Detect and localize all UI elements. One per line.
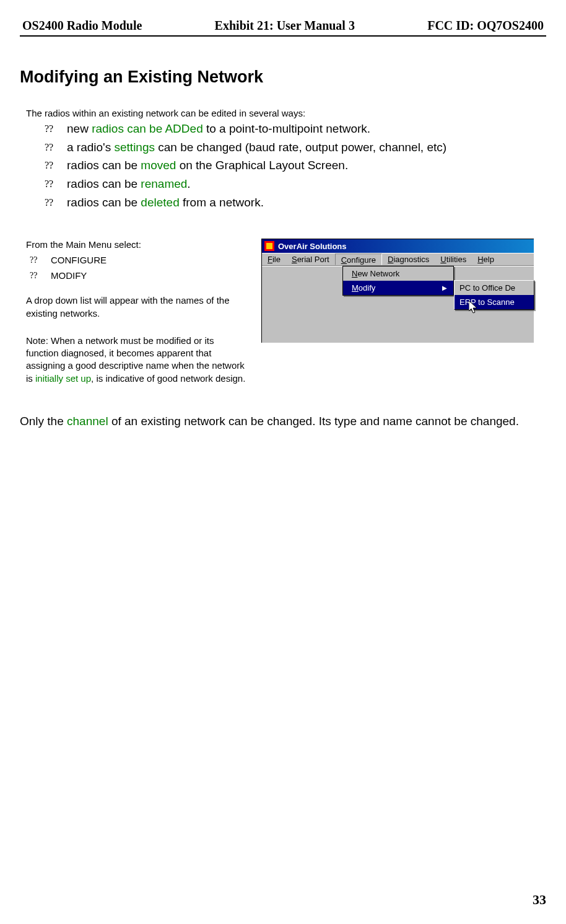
dropdown-new-network[interactable]: New Network	[343, 266, 453, 281]
menu-file[interactable]: File	[262, 253, 286, 265]
menubar: File Serial Port Configure Diagnostics U…	[262, 253, 534, 266]
bullet-text-pre: radios can be	[67, 196, 141, 209]
instructions-p1: From the Main Menu select:	[26, 239, 249, 251]
configure-dropdown: New Network Modify ▶	[342, 266, 454, 296]
bullet-marker: ??	[45, 196, 53, 209]
page-title: Modifying an Existing Network	[20, 68, 546, 87]
bullet-item: ?? radios can be moved on the Graphical …	[45, 157, 546, 174]
bullet-text-post: can be changed (baud rate, output power,…	[155, 141, 446, 154]
workspace: New Network Modify ▶ PC to Office De ERP…	[262, 266, 534, 343]
closing-pre: Only the	[20, 415, 67, 428]
bullet-text-post: .	[187, 177, 190, 190]
closing-link[interactable]: channel	[67, 415, 108, 428]
page-number: 33	[533, 892, 546, 908]
menu-configure[interactable]: Configure	[335, 253, 382, 265]
submenu-item-pc-office[interactable]: PC to Office De	[455, 281, 534, 295]
menu-help[interactable]: Help	[472, 253, 500, 265]
page-header: OS2400 Radio Module Exhibit 21: User Man…	[20, 19, 546, 37]
closing-post: of an existing network can be changed. I…	[108, 415, 519, 428]
bullet-item: ?? radios can be renamed.	[45, 176, 546, 192]
header-right: FCC ID: OQ7OS2400	[427, 19, 544, 33]
step-item: ?? CONFIGURE	[30, 255, 249, 265]
modify-submenu: PC to Office De ERP to Scanne	[454, 280, 534, 310]
app-window: OverAir Solutions File Serial Port Confi…	[261, 239, 534, 343]
screenshot-column: OverAir Solutions File Serial Port Confi…	[261, 239, 546, 389]
bullet-item: ?? radios can be deleted from a network.	[45, 195, 546, 211]
note-link[interactable]: initially set up	[35, 373, 91, 384]
step-marker: ??	[30, 255, 37, 265]
bullet-link[interactable]: radios can be ADDed	[92, 122, 203, 135]
svg-marker-0	[469, 301, 477, 313]
submenu-item-erp-scanner[interactable]: ERP to Scanne	[455, 295, 534, 309]
header-center: Exhibit 21: User Manual 3	[215, 19, 355, 33]
bullet-item: ?? new radios can be ADDed to a point-to…	[45, 121, 546, 137]
bullet-item: ?? a radio's settings can be changed (ba…	[45, 139, 546, 156]
bullet-list: ?? new radios can be ADDed to a point-to…	[45, 121, 546, 210]
note-post: , is indicative of good network design.	[91, 373, 245, 384]
bullet-text-post: from a network.	[180, 196, 264, 209]
header-left: OS2400 Radio Module	[22, 19, 142, 33]
bullet-link[interactable]: renamed	[141, 177, 187, 190]
closing-paragraph: Only the channel of an existing network …	[20, 413, 546, 429]
step-item: ?? MODIFY	[30, 270, 249, 281]
app-icon	[264, 241, 274, 251]
bullet-text-post: on the Graphical Layout Screen.	[176, 159, 348, 172]
bullet-marker: ??	[45, 141, 53, 154]
bullet-marker: ??	[45, 159, 53, 172]
bullet-text-pre: new	[67, 122, 92, 135]
instructions-note: Note: When a network must be modified or…	[26, 335, 249, 385]
bullet-text-pre: radios can be	[67, 159, 141, 172]
menu-diagnostics[interactable]: Diagnostics	[382, 253, 435, 265]
dropdown-modify[interactable]: Modify ▶	[343, 281, 453, 295]
step-text: CONFIGURE	[51, 255, 107, 265]
instructions-column: From the Main Menu select: ?? CONFIGURE …	[20, 239, 249, 389]
bullet-marker: ??	[45, 177, 53, 191]
titlebar: OverAir Solutions	[262, 239, 534, 253]
bullet-link[interactable]: settings	[115, 141, 155, 154]
steps-list: ?? CONFIGURE ?? MODIFY	[30, 255, 249, 281]
bullet-marker: ??	[45, 122, 53, 136]
menu-utilities[interactable]: Utilities	[435, 253, 472, 265]
menu-serial-port[interactable]: Serial Port	[286, 253, 335, 265]
bullet-text-pre: a radio's	[67, 141, 115, 154]
cursor-icon	[469, 301, 480, 315]
bullet-text-pre: radios can be	[67, 177, 141, 190]
bullet-link[interactable]: deleted	[141, 196, 179, 209]
step-text: MODIFY	[51, 270, 87, 281]
instructions-p2: A drop down list will appear with the na…	[26, 294, 249, 320]
step-marker: ??	[30, 271, 37, 281]
bullet-text-post: to a point-to-multipoint network.	[203, 122, 370, 135]
intro-text: The radios within an existing network ca…	[26, 108, 546, 118]
window-title: OverAir Solutions	[278, 242, 347, 251]
submenu-arrow-icon: ▶	[442, 284, 447, 291]
bullet-link[interactable]: moved	[141, 159, 176, 172]
